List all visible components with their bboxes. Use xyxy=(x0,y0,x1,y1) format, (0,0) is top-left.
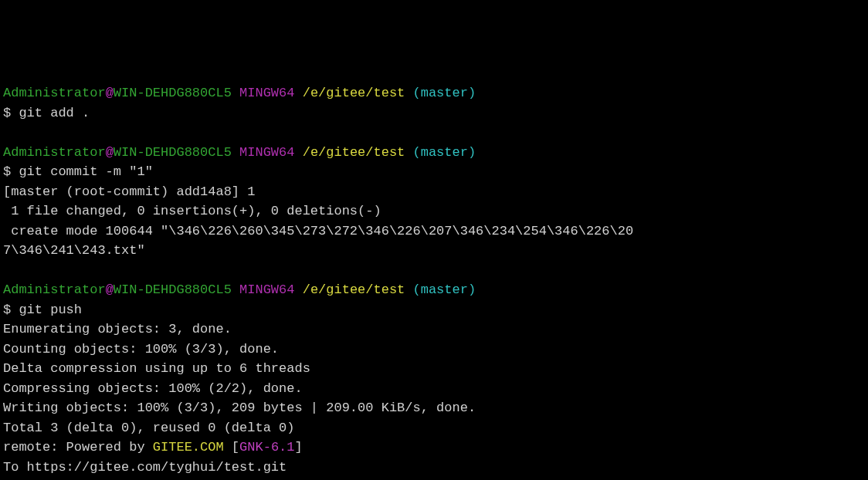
output-line: [master (root-commit) add14a8] 1 xyxy=(3,182,865,202)
prompt-dollar: $ xyxy=(3,106,19,120)
gnk-label: GNK-6.1 xyxy=(239,440,294,455)
prompt-env: MINGW64 xyxy=(239,86,294,100)
prompt-branch: (master) xyxy=(413,145,476,160)
prompt-user: Administrator xyxy=(3,282,106,297)
output-line: remote: Powered by GITEE.COM [GNK-6.1] xyxy=(3,438,865,458)
terminal-window[interactable]: Administrator@WIN-DEHDG880CL5 MINGW64 /e… xyxy=(3,83,865,480)
output-line: * [new branch] master -> master xyxy=(3,477,865,480)
command-text: git commit -m "1" xyxy=(19,164,152,179)
output-line: 1 file changed, 0 insertions(+), 0 delet… xyxy=(3,201,865,221)
output-text: ] xyxy=(295,440,303,455)
blank-line xyxy=(3,123,865,143)
prompt-line: Administrator@WIN-DEHDG880CL5 MINGW64 /e… xyxy=(3,280,865,300)
output-text: remote: Powered by xyxy=(3,440,153,455)
prompt-dollar: $ xyxy=(3,303,19,317)
output-line: Writing objects: 100% (3/3), 209 bytes |… xyxy=(3,398,865,418)
prompt-line: Administrator@WIN-DEHDG880CL5 MINGW64 /e… xyxy=(3,83,865,103)
prompt-path: /e/gitee/test xyxy=(303,282,405,297)
prompt-dollar: $ xyxy=(3,164,19,179)
prompt-host: WIN-DEHDG880CL5 xyxy=(114,86,232,100)
prompt-line: Administrator@WIN-DEHDG880CL5 MINGW64 /e… xyxy=(3,143,865,163)
prompt-at: @ xyxy=(106,282,114,297)
output-line: Enumerating objects: 3, done. xyxy=(3,319,865,340)
prompt-at: @ xyxy=(106,86,114,100)
output-line: Delta compression using up to 6 threads xyxy=(3,359,865,379)
output-text: [ xyxy=(224,440,239,455)
prompt-user: Administrator xyxy=(3,86,106,100)
prompt-branch: (master) xyxy=(413,86,476,100)
prompt-env: MINGW64 xyxy=(239,282,294,297)
prompt-path: /e/gitee/test xyxy=(303,145,405,160)
output-line: 7\346\241\243.txt" xyxy=(3,241,865,261)
prompt-user: Administrator xyxy=(3,145,106,160)
blank-line xyxy=(3,261,865,281)
output-line: Compressing objects: 100% (2/2), done. xyxy=(3,379,865,399)
command-text: git add . xyxy=(19,106,90,120)
prompt-host: WIN-DEHDG880CL5 xyxy=(114,145,232,160)
prompt-env: MINGW64 xyxy=(239,145,294,160)
command-line[interactable]: $ git commit -m "1" xyxy=(3,162,865,182)
prompt-at: @ xyxy=(106,145,114,160)
gitee-label: GITEE.COM xyxy=(153,440,224,455)
prompt-branch: (master) xyxy=(413,282,476,297)
prompt-path: /e/gitee/test xyxy=(303,86,405,100)
output-line: Counting objects: 100% (3/3), done. xyxy=(3,340,865,360)
command-text: git push xyxy=(19,303,82,317)
command-line[interactable]: $ git add . xyxy=(3,103,865,123)
output-line: Total 3 (delta 0), reused 0 (delta 0) xyxy=(3,418,865,438)
output-line: To https://gitee.com/tyghui/test.git xyxy=(3,458,865,478)
prompt-host: WIN-DEHDG880CL5 xyxy=(114,282,232,297)
output-line: create mode 100644 "\346\226\260\345\273… xyxy=(3,221,865,242)
command-line[interactable]: $ git push xyxy=(3,300,865,320)
